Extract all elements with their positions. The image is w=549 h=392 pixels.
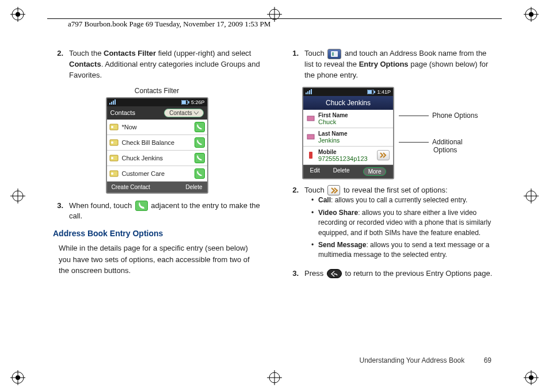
step-3-left: 3. When found, touch adjacent to the ent… [53, 201, 261, 222]
contacts-title: Contacts [110, 109, 135, 116]
svg-point-34 [111, 141, 113, 144]
text: Press [304, 269, 326, 278]
text: to return to the previous Entry Options … [343, 269, 492, 278]
contact-row: *Now [107, 120, 207, 135]
header-divider [47, 18, 502, 19]
section-heading: Address Book Entry Options [53, 229, 261, 238]
bold-text: Contacts Filter [104, 49, 156, 57]
text: field (upper-right) and select [156, 49, 251, 57]
svg-rect-29 [182, 101, 186, 104]
field-label: First Name [318, 112, 348, 118]
svg-rect-44 [307, 116, 314, 121]
back-key-icon [327, 269, 342, 278]
call-button-icon [195, 137, 205, 148]
footer-page-number: 69 [484, 356, 491, 364]
battery-icon [367, 90, 375, 94]
crop-mark-icon [267, 370, 282, 385]
svg-rect-46 [309, 152, 312, 159]
mobile-field: Mobile9725551234p123 [303, 147, 393, 165]
bullet-item: Video Share: allows you to share either … [311, 208, 496, 238]
call-button-icon [195, 122, 205, 132]
softkey-edit: Edit [310, 167, 320, 176]
field-value: Jenkins [318, 137, 348, 144]
softkey-delete: Delete [186, 184, 203, 190]
crop-mark-icon [10, 189, 25, 203]
contact-card-icon [109, 153, 119, 163]
bold-text: Send Message [318, 241, 366, 249]
contact-row: Check Bill Balance [107, 135, 207, 151]
figure-label: Contacts Filter [53, 87, 261, 95]
text: to reveal the first set of options: [341, 186, 447, 194]
annotation-text: Additional [432, 138, 463, 146]
call-button-icon [195, 168, 205, 179]
contact-card-icon [109, 138, 119, 147]
step-number: 2. [288, 185, 304, 263]
annotation-additional-options: AdditionalOptions [399, 138, 478, 154]
bullet-item: Send Message: allows you to send a text … [311, 240, 496, 260]
bold-text: Entry Options [359, 60, 409, 68]
text: Touch [304, 186, 326, 194]
field-label: Last Name [318, 130, 348, 137]
page-header-text: a797 Bourbon.book Page 69 Tuesday, Novem… [68, 20, 270, 29]
chevron-down-icon [194, 112, 199, 115]
svg-point-36 [111, 157, 113, 159]
svg-point-38 [111, 172, 113, 175]
text: Touch the [69, 49, 104, 57]
contact-name: Customer Care [122, 170, 195, 177]
contact-row: Customer Care [107, 166, 207, 182]
phone-status-bar: 5:26P [107, 98, 207, 106]
text: : allows you to call a currently selecte… [331, 196, 467, 204]
step-2-left: 2. Touch the Contacts Filter field (uppe… [53, 48, 261, 81]
filter-text: Contacts [169, 110, 192, 116]
crop-mark-icon [524, 189, 539, 203]
svg-rect-39 [331, 51, 338, 57]
left-column: 2. Touch the Contacts Filter field (uppe… [53, 48, 261, 347]
contact-row: Chuck Jenkins [107, 151, 207, 166]
entry-options-screenshot: 1:41P Chuck Jenkins First NameChuck Last… [302, 87, 394, 179]
name-card-icon [307, 133, 315, 141]
text: Touch [304, 49, 326, 57]
contacts-screenshot: 5:26P Contacts Contacts *Now Check Bill … [106, 97, 208, 194]
signal-icon [306, 89, 312, 94]
annotation-phone-options: Phone Options [399, 112, 478, 120]
field-label: Mobile [318, 149, 373, 155]
text: When found, touch [69, 201, 134, 210]
phone-time: 5:26P [191, 99, 205, 105]
step-number: 1. [288, 48, 304, 81]
right-column: 1. Touch and touch an Address Book name … [288, 48, 496, 347]
footer-section: Understanding Your Address Book [360, 356, 465, 364]
softkey-create: Create Contact [112, 184, 150, 190]
bold-text: Call [318, 196, 331, 204]
contact-card-icon [109, 169, 119, 178]
phone-softkey-bar: Edit Delete More [303, 165, 393, 178]
call-icon [135, 201, 148, 211]
contact-name: Check Bill Balance [122, 139, 195, 146]
phone-options-button [377, 150, 390, 160]
registration-mark-icon [524, 7, 539, 22]
contact-name: Chuck Jenkins [122, 155, 195, 162]
phone-softkey-bar: Create Contact Delete [107, 182, 207, 193]
step-number: 3. [288, 268, 304, 279]
annotations: Phone Options AdditionalOptions [399, 112, 478, 154]
annotation-text: Options [433, 146, 457, 154]
registration-mark-icon [524, 370, 539, 385]
annotation-text: Phone Options [432, 112, 478, 120]
step-2-right: 2. Touch to reveal the first set of opti… [288, 185, 496, 263]
last-name-field: Last NameJenkins [303, 128, 393, 147]
contact-name: *Now [122, 124, 195, 130]
step-1-right: 1. Touch and touch an Address Book name … [288, 48, 496, 81]
svg-rect-43 [374, 91, 375, 93]
battery-icon [181, 100, 189, 105]
softkey-delete: Delete [333, 167, 350, 176]
registration-mark-icon [10, 7, 25, 22]
phone-status-bar: 1:41P [303, 88, 393, 96]
first-name-field: First NameChuck [303, 110, 393, 128]
svg-rect-30 [188, 101, 189, 103]
svg-point-32 [111, 126, 113, 128]
bullet-item: Call: allows you to call a currently sel… [311, 195, 496, 205]
contacts-title-bar: Contacts Contacts [107, 106, 207, 120]
field-value: Chuck [318, 118, 348, 125]
signal-icon [109, 99, 116, 105]
name-card-icon [307, 114, 315, 122]
step-3-right: 3. Press to return to the previous Entry… [288, 268, 496, 279]
